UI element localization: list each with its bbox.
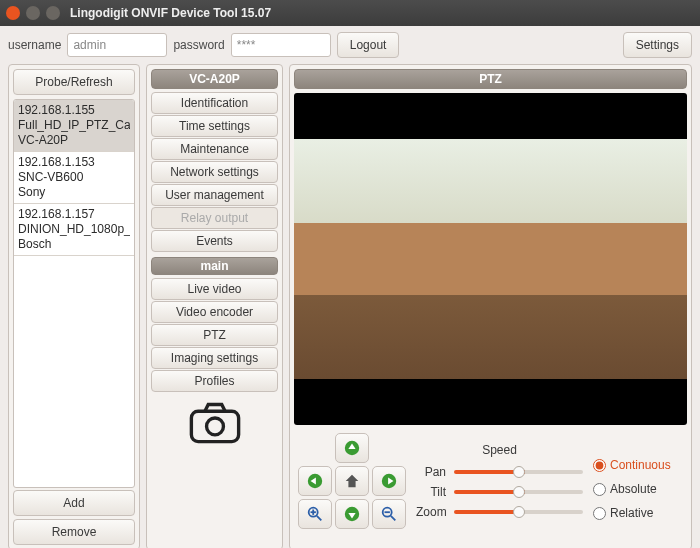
device-model: SNC-VB600 [18, 170, 130, 185]
submenu-profiles[interactable]: Profiles [151, 370, 278, 392]
device-brand: VC-A20P [18, 133, 130, 148]
mode-label: Absolute [610, 482, 657, 496]
mode-label: Continuous [610, 458, 671, 472]
menu-relay-output: Relay output [151, 207, 278, 229]
device-model: DINION_HD_1080p_HD [18, 222, 130, 237]
svg-line-6 [317, 516, 322, 521]
snapshot-button[interactable] [147, 393, 282, 453]
device-item[interactable]: 192.168.1.153SNC-VB600Sony [14, 152, 134, 204]
mode-continuous[interactable]: Continuous [593, 458, 683, 472]
menu-maintenance[interactable]: Maintenance [151, 138, 278, 160]
zoom-in-button[interactable] [298, 499, 332, 529]
menu-identification[interactable]: Identification [151, 92, 278, 114]
window-minimize-icon[interactable] [26, 6, 40, 20]
ptz-left-button[interactable] [298, 466, 332, 496]
remove-button[interactable]: Remove [13, 519, 135, 545]
device-ip: 192.168.1.155 [18, 103, 130, 118]
window-maximize-icon[interactable] [46, 6, 60, 20]
tilt-label: Tilt [416, 485, 446, 499]
settings-button[interactable]: Settings [623, 32, 692, 58]
video-preview [294, 93, 687, 425]
zoom-out-icon [380, 505, 398, 523]
mode-relative[interactable]: Relative [593, 506, 683, 520]
logout-button[interactable]: Logout [337, 32, 400, 58]
device-item[interactable]: 192.168.1.157DINION_HD_1080p_HDBosch [14, 204, 134, 256]
probe-refresh-button[interactable]: Probe/Refresh [13, 69, 135, 95]
zoom-label: Zoom [416, 505, 446, 519]
mode-radio-absolute[interactable] [593, 483, 606, 496]
zoom-out-button[interactable] [372, 499, 406, 529]
device-brand: Sony [18, 185, 130, 200]
pan-label: Pan [416, 465, 446, 479]
menu-events[interactable]: Events [151, 230, 278, 252]
ptz-down-button[interactable] [335, 499, 369, 529]
mode-label: Relative [610, 506, 653, 520]
ptz-right-button[interactable] [372, 466, 406, 496]
camera-icon [188, 401, 242, 445]
submenu-imaging-settings[interactable]: Imaging settings [151, 347, 278, 369]
submenu-ptz[interactable]: PTZ [151, 324, 278, 346]
tilt-slider[interactable] [454, 490, 583, 494]
device-item[interactable]: 192.168.1.155Full_HD_IP_PTZ_CameVC-A20P [14, 100, 134, 152]
username-input[interactable] [67, 33, 167, 57]
main-subheader: main [151, 257, 278, 275]
username-label: username [8, 38, 61, 52]
ptz-header: PTZ [294, 69, 687, 89]
submenu-live-video[interactable]: Live video [151, 278, 278, 300]
device-ip: 192.168.1.157 [18, 207, 130, 222]
ptz-up-button[interactable] [335, 433, 369, 463]
svg-line-11 [391, 516, 396, 521]
menu-user-management[interactable]: User management [151, 184, 278, 206]
add-button[interactable]: Add [13, 490, 135, 516]
submenu-video-encoder[interactable]: Video encoder [151, 301, 278, 323]
svg-rect-0 [191, 411, 238, 441]
mode-radio-continuous[interactable] [593, 459, 606, 472]
window-close-icon[interactable] [6, 6, 20, 20]
mode-radio-relative[interactable] [593, 507, 606, 520]
ptz-home-button[interactable] [335, 466, 369, 496]
menu-time-settings[interactable]: Time settings [151, 115, 278, 137]
svg-point-1 [206, 418, 223, 435]
device-brand: Bosch [18, 237, 130, 252]
window-title: Lingodigit ONVIF Device Tool 15.07 [70, 6, 271, 20]
mode-absolute[interactable]: Absolute [593, 482, 683, 496]
device-header: VC-A20P [151, 69, 278, 89]
menu-network-settings[interactable]: Network settings [151, 161, 278, 183]
device-list: 192.168.1.155Full_HD_IP_PTZ_CameVC-A20P1… [13, 99, 135, 488]
home-icon [343, 472, 361, 490]
zoom-slider[interactable] [454, 510, 583, 514]
pan-slider[interactable] [454, 470, 583, 474]
device-model: Full_HD_IP_PTZ_Came [18, 118, 130, 133]
password-input[interactable] [231, 33, 331, 57]
password-label: password [173, 38, 224, 52]
zoom-in-icon [306, 505, 324, 523]
speed-label: Speed [416, 443, 583, 457]
device-ip: 192.168.1.153 [18, 155, 130, 170]
